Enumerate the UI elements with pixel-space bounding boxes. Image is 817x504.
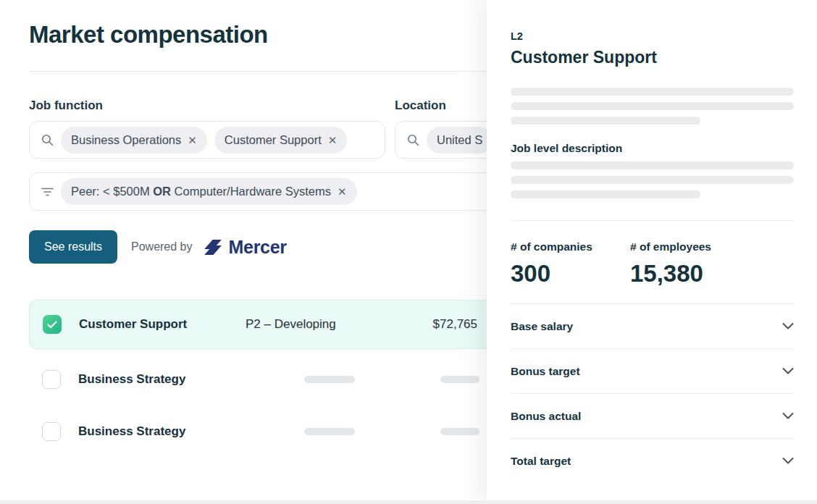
- accordion-total-target[interactable]: Total target: [511, 438, 794, 483]
- result-row-business-strategy[interactable]: Business Strategy: [29, 359, 536, 400]
- mercer-logo-icon: [202, 238, 224, 257]
- page-title: Market compensation: [29, 21, 268, 49]
- skeleton-bar: [440, 376, 479, 383]
- mercer-logo: Mercer: [202, 237, 287, 258]
- checkbox-unchecked[interactable]: [42, 370, 61, 389]
- location-label: Location: [395, 98, 446, 113]
- checkbox-checked[interactable]: [43, 315, 62, 334]
- search-icon: [41, 134, 54, 146]
- chip-label: Business Operations: [71, 133, 181, 147]
- skeleton-text-block: [511, 88, 794, 125]
- chip-label: United S: [437, 133, 482, 147]
- remove-chip-icon[interactable]: ✕: [338, 186, 347, 197]
- skeleton-bar: [440, 428, 479, 435]
- job-function-input[interactable]: Business Operations ✕ Customer Support ✕: [29, 121, 385, 159]
- stat-employees: # of employees 15,380: [630, 240, 711, 287]
- chip-label: Peer: < $500M OR Computer/Hardware Syste…: [71, 185, 331, 198]
- mercer-logo-text: Mercer: [229, 237, 287, 258]
- skeleton-bar: [511, 190, 700, 198]
- row-job-name: Customer Support: [79, 317, 187, 332]
- chevron-down-icon[interactable]: [782, 458, 794, 464]
- accordion-list: Base salary Bonus target Bonus actual To…: [511, 303, 794, 483]
- accordion-label: Base salary: [511, 320, 573, 333]
- remove-chip-icon[interactable]: ✕: [188, 135, 197, 146]
- skeleton-bar: [304, 376, 355, 383]
- job-function-label: Job function: [29, 98, 103, 113]
- see-results-button[interactable]: See results: [29, 230, 117, 264]
- stat-value: 300: [511, 260, 630, 287]
- accordion-base-salary[interactable]: Base salary: [511, 303, 794, 348]
- row-job-name: Business Strategy: [78, 372, 185, 387]
- skeleton-bar: [511, 161, 794, 169]
- panel-divider: [511, 220, 794, 221]
- result-row-customer-support[interactable]: Customer Support P2 – Developing $72,765: [29, 300, 536, 349]
- row-salary: $72,765: [377, 317, 477, 332]
- result-row-business-strategy[interactable]: Business Strategy: [29, 411, 536, 452]
- peer-prefix: Peer: < $500M: [71, 185, 153, 198]
- job-level-description-label: Job level description: [511, 142, 794, 155]
- row-job-level: P2 – Developing: [246, 317, 336, 332]
- stat-value: 15,380: [630, 260, 711, 287]
- skeleton-bar: [511, 117, 700, 125]
- filter-chip-business-operations[interactable]: Business Operations ✕: [61, 127, 207, 154]
- powered-by-label: Powered by: [131, 240, 193, 253]
- skeleton-bar: [511, 102, 794, 110]
- panel-title: Customer Support: [511, 48, 794, 67]
- accordion-label: Bonus actual: [511, 410, 581, 423]
- accordion-label: Total target: [511, 455, 571, 468]
- checkbox-unchecked[interactable]: [42, 422, 61, 441]
- skeleton-text-block: [511, 161, 794, 198]
- powered-by-row: Powered by Mercer: [131, 230, 287, 264]
- skeleton-bar: [511, 88, 794, 96]
- stat-companies: # of companies 300: [511, 240, 630, 287]
- remove-chip-icon[interactable]: ✕: [328, 135, 338, 146]
- job-level-code: L2: [511, 30, 794, 42]
- accordion-bonus-actual[interactable]: Bonus actual: [511, 393, 794, 438]
- bottom-page-edge: [0, 500, 817, 504]
- row-job-name: Business Strategy: [78, 424, 185, 439]
- peer-suffix: Computer/Hardware Systems: [171, 185, 331, 198]
- job-detail-panel: L2 Customer Support Job level descriptio…: [487, 0, 817, 504]
- filter-chip-peer[interactable]: Peer: < $500M OR Computer/Hardware Syste…: [61, 178, 357, 205]
- skeleton-bar: [511, 176, 794, 184]
- skeleton-bar: [304, 428, 355, 435]
- search-icon: [407, 134, 419, 146]
- chevron-down-icon[interactable]: [782, 323, 794, 329]
- accordion-label: Bonus target: [511, 365, 580, 378]
- accordion-bonus-target[interactable]: Bonus target: [511, 348, 794, 393]
- chevron-down-icon[interactable]: [782, 413, 794, 419]
- stat-label: # of employees: [630, 240, 711, 254]
- filter-lines-icon: [41, 187, 54, 197]
- chip-label: Customer Support: [225, 133, 322, 147]
- filter-chip-united-states[interactable]: United S: [427, 127, 493, 154]
- stats-row: # of companies 300 # of employees 15,380: [511, 240, 794, 287]
- peer-operator: OR: [153, 185, 171, 198]
- filter-chip-customer-support[interactable]: Customer Support ✕: [214, 127, 347, 154]
- chevron-down-icon[interactable]: [782, 368, 794, 374]
- stat-label: # of companies: [511, 240, 630, 254]
